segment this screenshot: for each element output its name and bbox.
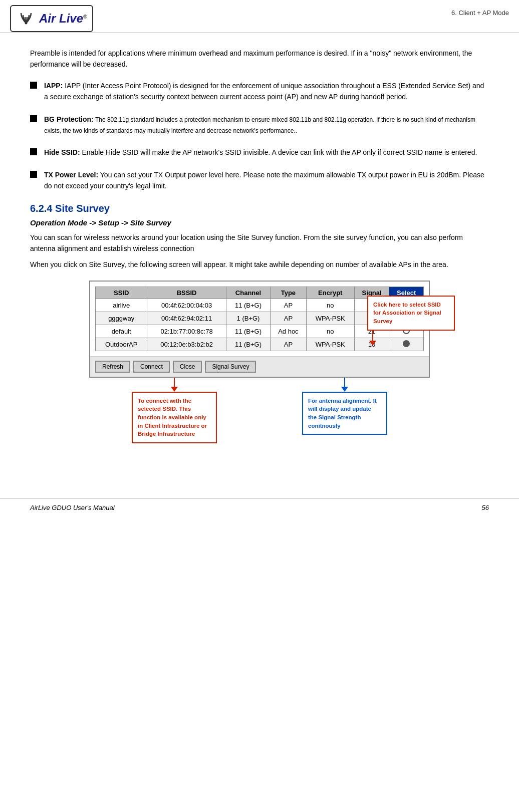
- page-footer: AirLive GDUO User's Manual 56: [0, 498, 519, 516]
- bullet-tx-power: TX Power Level: You can set your TX Outp…: [30, 169, 489, 192]
- annotation-left-box: To connect with the selected SSID. This …: [132, 392, 217, 443]
- intro-paragraph: Preamble is intended for applications wh…: [30, 48, 489, 70]
- logo-text: Air Live®: [39, 12, 87, 26]
- bullet-content-iapp: IAPP: IAPP (Inter Access Point Protocol)…: [44, 80, 489, 103]
- cell-ssid: airlive: [96, 299, 147, 312]
- ann-mid-arrow-line: [344, 378, 345, 387]
- cell-bssid: 00:4f:62:94:02:11: [147, 312, 226, 325]
- ann-left-arrow-line: [174, 378, 175, 387]
- signal-survey-button[interactable]: Signal Survey: [205, 361, 256, 373]
- bullet-icon-tx-power: [30, 171, 37, 178]
- ann-mid-arrow-head: [341, 387, 348, 392]
- connect-button[interactable]: Connect: [133, 361, 170, 373]
- section-subheading: Operation Mode -> Setup -> Site Survey: [30, 218, 489, 227]
- logo-area: Air Live®: [10, 5, 93, 32]
- section-heading: 6.2.4 Site Survey: [30, 203, 489, 214]
- bullet-label-tx-power: TX Power Level:: [44, 171, 98, 179]
- cell-bssid: 00:4f:62:00:04:03: [147, 299, 226, 312]
- section-body1: You can scan for wireless networks aroun…: [30, 232, 489, 254]
- col-ssid: SSID: [96, 287, 147, 299]
- col-channel: Channel: [226, 287, 270, 299]
- ann-left-arrow-head: [171, 387, 178, 392]
- col-encrypt: Encrypt: [306, 287, 354, 299]
- bullet-content-tx-power: TX Power Level: You can set your TX Outp…: [44, 169, 489, 192]
- annotation-middle-col: For antenna alignment. It will display a…: [302, 378, 387, 443]
- close-button[interactable]: Close: [173, 361, 202, 373]
- bullet-content-bg: BG Protection: The 802.11g standard incl…: [44, 114, 489, 136]
- cell-ssid: OutdoorAP: [96, 338, 147, 351]
- cell-type: AP: [271, 299, 306, 312]
- bullet-bg: BG Protection: The 802.11g standard incl…: [30, 114, 489, 136]
- cell-bssid: 02:1b:77:00:8c:78: [147, 325, 226, 338]
- button-bar: Refresh Connect Close Signal Survey: [90, 356, 429, 377]
- footer-page: 56: [482, 504, 489, 511]
- bullet-content-hide-ssid: Hide SSID: Enable Hide SSID will make th…: [44, 147, 489, 158]
- svg-point-0: [25, 22, 28, 25]
- bottom-annotations: To connect with the selected SSID. This …: [89, 378, 430, 443]
- annotation-left-col: To connect with the selected SSID. This …: [132, 378, 217, 443]
- bullet-label-iapp: IAPP:: [44, 82, 63, 90]
- bullet-hide-ssid: Hide SSID: Enable Hide SSID will make th…: [30, 147, 489, 158]
- cell-type: AP: [271, 338, 306, 351]
- section-body2: When you click on Site Survey, the follo…: [30, 259, 489, 270]
- cell-channel: 1 (B+G): [226, 312, 270, 325]
- cell-bssid: 00:12:0e:b3:b2:b2: [147, 338, 226, 351]
- bullet-label-hide-ssid: Hide SSID:: [44, 148, 80, 156]
- main-content: Preamble is intended for applications wh…: [0, 33, 519, 483]
- bullet-label-bg: BG Protection:: [44, 115, 94, 123]
- cell-channel: 11 (B+G): [226, 338, 270, 351]
- right-annotation: Click here to select SSID for Associatio…: [367, 296, 455, 346]
- col-bssid: BSSID: [147, 287, 226, 299]
- page-header: Air Live® 6. Client + AP Mode: [0, 0, 519, 33]
- cell-type: Ad hoc: [271, 325, 306, 338]
- logo-box: Air Live®: [10, 5, 93, 32]
- bullet-icon: [30, 82, 37, 89]
- bullet-icon-bg: [30, 115, 37, 122]
- col-type: Type: [271, 287, 306, 299]
- chapter-label: 6. Client + AP Mode: [451, 5, 509, 17]
- cell-encrypt: no: [306, 325, 354, 338]
- bullet-iapp: IAPP: IAPP (Inter Access Point Protocol)…: [30, 80, 489, 103]
- cell-channel: 11 (B+G): [226, 325, 270, 338]
- cell-type: AP: [271, 312, 306, 325]
- footer-label: AirLive GDUO User's Manual: [30, 504, 115, 511]
- refresh-button[interactable]: Refresh: [95, 361, 130, 373]
- cell-channel: 11 (B+G): [226, 299, 270, 312]
- cell-encrypt: no: [306, 299, 354, 312]
- annotation-middle-box: For antenna alignment. It will display a…: [302, 392, 387, 435]
- registered-trademark: ®: [83, 14, 87, 20]
- bullet-icon-hide-ssid: [30, 148, 37, 155]
- cell-encrypt: WPA-PSK: [306, 338, 354, 351]
- right-annotation-box: Click here to select SSID for Associatio…: [367, 296, 455, 331]
- cell-encrypt: WPA-PSK: [306, 312, 354, 325]
- cell-ssid: default: [96, 325, 147, 338]
- cell-ssid: ggggway: [96, 312, 147, 325]
- signal-icon: [16, 8, 36, 29]
